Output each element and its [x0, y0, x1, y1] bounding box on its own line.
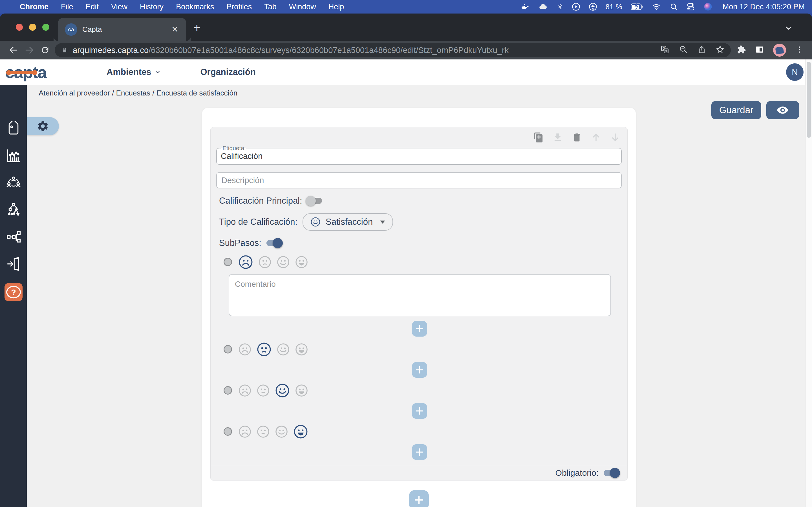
- user-avatar[interactable]: N: [786, 63, 804, 81]
- side-panel-icon[interactable]: [755, 45, 764, 55]
- face-dissatisfied-icon[interactable]: [258, 256, 271, 269]
- move-down-icon[interactable]: [610, 132, 620, 144]
- play-circle-icon[interactable]: [572, 3, 580, 11]
- maximize-window-button[interactable]: [42, 24, 49, 31]
- menubar-item-edit[interactable]: Edit: [86, 3, 99, 11]
- nav-organizacion[interactable]: Organización: [200, 67, 255, 77]
- sidebar-item-surveys[interactable]: [6, 148, 21, 164]
- lock-icon[interactable]: [61, 47, 68, 54]
- download-question-icon[interactable]: [552, 132, 563, 144]
- menubar-item-tab[interactable]: Tab: [264, 3, 276, 11]
- menubar-item-file[interactable]: File: [61, 3, 73, 11]
- face-dissatisfied-icon[interactable]: [257, 384, 270, 397]
- face-dissatisfied-icon[interactable]: [257, 425, 270, 438]
- menubar-item-bookmarks[interactable]: Bookmarks: [176, 3, 214, 11]
- wifi-icon[interactable]: [652, 3, 661, 11]
- add-substep-button[interactable]: [412, 403, 427, 419]
- menubar-item-window[interactable]: Window: [289, 3, 316, 11]
- browser-profile-avatar[interactable]: [773, 44, 786, 57]
- back-button[interactable]: [6, 45, 21, 55]
- face-satisfied-icon[interactable]: [275, 383, 290, 398]
- accessibility-icon[interactable]: [589, 3, 597, 11]
- descripcion-input[interactable]: [216, 172, 622, 188]
- nav-ambientes[interactable]: Ambientes: [107, 67, 161, 77]
- face-dissatisfied-icon[interactable]: [257, 342, 271, 357]
- obligatorio-toggle[interactable]: [602, 467, 620, 478]
- share-icon[interactable]: [698, 45, 706, 55]
- subpasos-toggle[interactable]: [265, 237, 283, 249]
- menubar-item-help[interactable]: Help: [328, 3, 344, 11]
- substep-radio[interactable]: [223, 258, 232, 266]
- page-scrollbar[interactable]: [805, 59, 812, 507]
- sidebar-item-hierarchy[interactable]: [6, 202, 21, 218]
- close-window-button[interactable]: [16, 24, 23, 31]
- macos-menubar: ChromeFileEditViewHistoryBookmarksProfil…: [0, 0, 812, 13]
- new-tab-button[interactable]: +: [193, 22, 200, 34]
- sidebar-item-teams[interactable]: [6, 175, 21, 191]
- cloud-icon[interactable]: [538, 3, 548, 11]
- move-up-icon[interactable]: [591, 132, 601, 144]
- face-very-satisfied-icon[interactable]: [293, 424, 308, 439]
- rating-row-2: [223, 341, 627, 357]
- substeps-list: [223, 254, 627, 460]
- substep-radio[interactable]: [223, 386, 232, 395]
- translate-icon[interactable]: G: [660, 45, 669, 55]
- survey-settings-button[interactable]: [27, 117, 59, 135]
- sidebar-item-logout[interactable]: [6, 256, 21, 272]
- bookmark-star-icon[interactable]: [716, 45, 725, 55]
- menubar-item-profiles[interactable]: Profiles: [226, 3, 252, 11]
- save-button[interactable]: Guardar: [711, 101, 761, 119]
- help-button[interactable]: ?: [4, 283, 22, 301]
- add-substep-button[interactable]: [412, 444, 427, 460]
- menubar-item-view[interactable]: View: [111, 3, 128, 11]
- bluetooth-icon[interactable]: [557, 3, 563, 11]
- menubar-clock[interactable]: Mon 12 Dec 4:05:20 PM: [723, 3, 805, 11]
- add-substep-button[interactable]: [412, 321, 427, 337]
- extensions-puzzle-icon[interactable]: [737, 45, 746, 55]
- address-bar[interactable]: arquimedes.capta.co/6320b60b07e1a5001a48…: [55, 43, 731, 57]
- comentario-input[interactable]: [229, 274, 611, 316]
- menubar-item-history[interactable]: History: [140, 3, 163, 11]
- face-very-dissatisfied-icon[interactable]: [238, 384, 252, 397]
- sidebar-item-flows[interactable]: [6, 229, 21, 245]
- forward-button[interactable]: [21, 45, 37, 55]
- add-question-button[interactable]: [409, 490, 429, 507]
- url-host: arquimedes.capta.co: [73, 46, 149, 55]
- tipo-select[interactable]: Satisfacción: [303, 213, 393, 231]
- face-very-dissatisfied-icon[interactable]: [238, 425, 252, 438]
- face-satisfied-icon[interactable]: [275, 425, 288, 438]
- face-satisfied-icon[interactable]: [276, 256, 290, 269]
- face-satisfied-icon[interactable]: [276, 343, 290, 356]
- gear-icon: [37, 120, 49, 132]
- substep-radio[interactable]: [223, 427, 232, 436]
- face-very-satisfied-icon[interactable]: [295, 256, 308, 269]
- duplicate-question-icon[interactable]: [533, 132, 544, 144]
- sidebar-item-tags[interactable]: [6, 121, 21, 136]
- preview-button[interactable]: [766, 101, 799, 119]
- browser-tab-capta[interactable]: ca Capta ✕: [58, 18, 186, 41]
- docker-icon[interactable]: [520, 3, 529, 11]
- reload-button[interactable]: [37, 45, 53, 55]
- face-very-satisfied-icon[interactable]: [295, 343, 308, 356]
- tab-search-chevron-icon[interactable]: [784, 23, 794, 34]
- tab-title: Capta: [82, 25, 170, 34]
- substep-radio[interactable]: [223, 345, 232, 353]
- minimize-window-button[interactable]: [29, 24, 36, 31]
- tab-close-icon[interactable]: ✕: [170, 25, 179, 34]
- zoom-out-icon[interactable]: [679, 45, 688, 55]
- question-card: Etiqueta Calificación Principal: Tipo de…: [202, 108, 636, 507]
- add-substep-button[interactable]: [412, 362, 427, 378]
- spotlight-search-icon[interactable]: [670, 3, 678, 11]
- face-very-satisfied-icon[interactable]: [295, 384, 308, 397]
- kebab-menu-icon[interactable]: [795, 45, 804, 55]
- face-very-dissatisfied-icon[interactable]: [238, 255, 253, 270]
- capta-logo[interactable]: capta: [5, 62, 64, 82]
- scrollbar-thumb[interactable]: [807, 62, 811, 138]
- siri-icon[interactable]: [703, 2, 712, 11]
- control-center-icon[interactable]: [687, 3, 695, 11]
- principal-toggle[interactable]: [306, 195, 324, 207]
- menubar-item-chrome[interactable]: Chrome: [20, 3, 49, 11]
- etiqueta-input[interactable]: [221, 152, 617, 161]
- face-very-dissatisfied-icon[interactable]: [238, 343, 252, 356]
- delete-question-icon[interactable]: [571, 132, 582, 144]
